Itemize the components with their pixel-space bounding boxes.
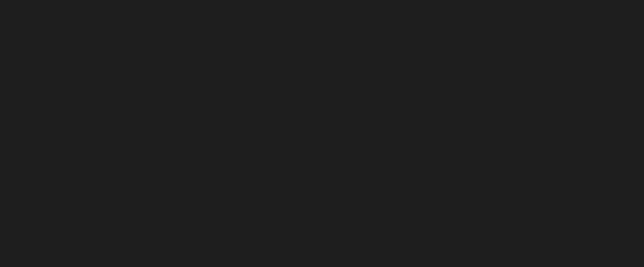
editor-overlay xyxy=(0,0,644,267)
code-editor[interactable] xyxy=(0,0,644,267)
